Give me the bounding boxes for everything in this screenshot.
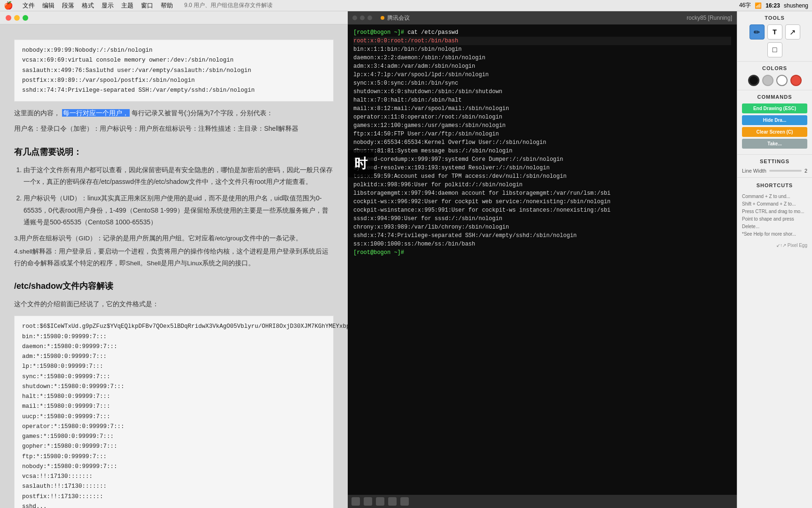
line-width-value: 2 xyxy=(804,168,807,174)
code-block-shadow: root:$6$ICeWTxUd.g9pZFuz$YVqEQlkpDFBv7QO… xyxy=(14,316,334,508)
shortcuts-section: SHORTCUTS Command + Z to und... Shift + … xyxy=(737,178,812,253)
menu-theme[interactable]: 主题 xyxy=(121,1,133,10)
para-fields: 用户名：登录口令（加密）：用户标识号：用户所在组标识号：注释性描述：主目录：Sh… xyxy=(14,123,334,135)
tools-section: TOOLS ✏ T ↗ □ xyxy=(737,11,812,62)
terminal-line-coredump: systemd-coredump:x:999:997:systemd Core … xyxy=(353,155,731,164)
term-min[interactable] xyxy=(360,16,365,20)
color-white-swatch[interactable] xyxy=(776,75,788,86)
apple-menu[interactable]: 🍎 xyxy=(4,1,13,10)
terminal-icon-2[interactable] xyxy=(364,497,372,506)
shortcuts-title: SHORTCUTS xyxy=(742,182,807,190)
colors-title: COLORS xyxy=(742,65,807,71)
terminal-line-bin: bin:x:1:1:bin:/bin:/sbin/nologin xyxy=(353,45,731,54)
doc-version-label: 9.0 用户、用户组信息保存文件解读 xyxy=(184,1,273,9)
color-black-swatch[interactable] xyxy=(748,75,759,86)
hide-drawing-button[interactable]: Hide Dra... xyxy=(742,115,807,125)
settings-section: SETTINGS Line Width 2 xyxy=(737,155,812,178)
terminal-line-cmd: [root@bogon ~]# cat /etc/passwd xyxy=(353,28,731,37)
clear-screen-button[interactable]: Clear Screen (C) xyxy=(742,127,807,137)
terminal-line-cockpit-wsi: cockpit-wsinstance:x:995:991:User for co… xyxy=(353,206,731,214)
doc-window: nobody:x:99:99:Nobody:/:/sbin/nologin vc… xyxy=(0,11,348,508)
terminal-line-games: games:x:12:100:games:/usr/games:/sbin/no… xyxy=(353,121,731,130)
term-close[interactable] xyxy=(352,16,357,20)
code-block-passwd: nobody:x:99:99:Nobody:/:/sbin/nologin vc… xyxy=(14,40,334,102)
tools-row: ✏ T ↗ □ xyxy=(742,24,807,57)
text-tool-button[interactable]: T xyxy=(767,24,782,40)
pencil-tool-button[interactable]: ✏ xyxy=(750,24,765,40)
take-button[interactable]: Take... xyxy=(742,139,807,149)
terminal-icon-3[interactable] xyxy=(376,497,384,506)
list-item-3-text: 3.用户所在组标识号（GID）：记录的是用户所属的用户组。它对应着/etc/gr… xyxy=(14,233,334,244)
line-width-row: Line Width 2 xyxy=(742,168,807,174)
para-intro: 这里面的内容， 每一行对应一个用户， 每行记录又被冒号(:)分隔为7个字段，分别… xyxy=(14,107,334,119)
list-item-2: 用户标识号（UID）：linux其实真正用来区别用户使用的是uid，而不是使用的… xyxy=(23,192,334,228)
terminal-icon-4[interactable] xyxy=(388,497,397,506)
colors-row xyxy=(742,75,807,86)
username: shusheng xyxy=(784,2,808,9)
section-title-2: /etc/shadow文件内容解读 xyxy=(14,278,334,294)
arrow-tool-button[interactable]: ↗ xyxy=(785,24,800,40)
list-item-4-text: 4.shell解释器：用户登录后，要启动一个进程，负责将用户的操作传给内核，这个… xyxy=(14,246,334,269)
shortcut-delete: Point to shape and press Delete... xyxy=(742,215,807,230)
terminal-line-prompt: [root@bogon ~]# xyxy=(353,248,731,257)
terminal-line-chrony: chrony:x:993:989:/var/lib/chrony:/sbin/n… xyxy=(353,223,731,231)
color-gray-swatch[interactable] xyxy=(762,75,773,86)
colors-section: COLORS xyxy=(737,62,812,90)
tencent-meeting-badge: 腾讯会议 xyxy=(381,14,410,22)
shortcut-redo: Shift + Command + Z to... xyxy=(742,200,807,208)
tencent-meeting-label: 腾讯会议 xyxy=(387,14,410,22)
section-title-1: 有几点需要说明： xyxy=(14,144,334,159)
tools-title: TOOLS xyxy=(742,15,807,21)
doc-content: nobody:x:99:99:Nobody:/:/sbin/nologin vc… xyxy=(0,24,348,508)
terminal-line-sshd: sshd:x:74:74:Privilege-separated SSH:/va… xyxy=(353,231,731,240)
highlighted-text: 每一行对应一个用户， xyxy=(62,109,130,117)
list-item-1: 由于这个文件所有用户都可以查看，因此保留密码是有安全隐患的，哪怕是加密后的密码，… xyxy=(23,164,334,188)
battery-info: 46字 xyxy=(739,1,751,9)
wifi-icon: 📶 xyxy=(755,2,762,9)
line-width-slider[interactable] xyxy=(769,170,802,172)
menubar-right: 46字 📶 16:23 shusheng xyxy=(739,1,808,9)
menu-para[interactable]: 段落 xyxy=(62,1,74,10)
menu-view[interactable]: 显示 xyxy=(102,1,114,10)
menu-file[interactable]: 文件 xyxy=(23,1,35,10)
commands-title: COMMANDS xyxy=(742,94,807,100)
menu-help[interactable]: 帮助 xyxy=(161,1,173,10)
end-drawing-button[interactable]: End Drawing (ESC) xyxy=(742,103,807,113)
system-menubar: 🍎 文件 编辑 段落 格式 显示 主题 窗口 帮助 9.0 用户、用户组信息保存… xyxy=(0,0,812,11)
terminal-icon-1[interactable] xyxy=(351,497,360,506)
terminal-icon-5[interactable] xyxy=(400,497,409,506)
close-button[interactable] xyxy=(6,15,11,21)
shortcut-drag: Press CTRL and drag to mo... xyxy=(742,208,807,215)
text-icon: T xyxy=(773,28,777,36)
terminal-line-ss: ss:x:1000:1000:ss:/home/ss:/bin/bash xyxy=(353,240,731,248)
settings-title: SETTINGS xyxy=(742,159,807,164)
shortcuts-footer: ↙↑↗ Pixel Egg xyxy=(742,242,807,249)
rect-tool-button[interactable]: □ xyxy=(767,42,782,57)
maximize-button[interactable] xyxy=(23,15,28,21)
menu-window[interactable]: 窗口 xyxy=(141,1,153,10)
rect-icon: □ xyxy=(773,46,777,54)
terminal-line-polkitd: polkitd:x:998:996:User for polkitd:/:/sb… xyxy=(353,181,731,189)
minimize-button[interactable] xyxy=(14,15,20,21)
menu-edit[interactable]: 编辑 xyxy=(42,1,55,10)
tools-panel: TOOLS ✏ T ↗ □ COLORS xyxy=(737,11,812,508)
timestamp-overlay: 时 xyxy=(348,150,374,177)
terminal-line-nobody: nobody:x:65534:65534:Kernel Overflow Use… xyxy=(353,138,731,147)
terminal-content[interactable]: [root@bogon ~]# cat /etc/passwd root:x:0… xyxy=(348,24,737,495)
terminal-line-adm: adm:x:3:4:adm:/var/adm:/sbin/nologin xyxy=(353,62,731,71)
terminal-line-halt: halt:x:7:0:halt:/sbin:/sbin/halt xyxy=(353,96,731,104)
terminal-bottom-bar xyxy=(348,495,737,508)
menu-format[interactable]: 格式 xyxy=(82,1,94,10)
pencil-icon: ✏ xyxy=(754,28,760,37)
terminal-line-sssd: sssd:x:994:990:User for sssd:/:/sbin/nol… xyxy=(353,214,731,223)
clock: 16:23 xyxy=(765,2,780,9)
tencent-bar: 腾讯会议 rocky85 [Running] xyxy=(348,11,737,24)
term-max[interactable] xyxy=(367,16,372,20)
terminal-line-ftp: ftp:x:14:50:FTP User:/var/ftp:/sbin/nolo… xyxy=(353,130,731,138)
terminal-line-shutdown: shutdown:x:6:0:shutdown:/sbin:/sbin/shut… xyxy=(353,87,731,96)
color-red-swatch[interactable] xyxy=(790,75,802,86)
notes-list: 由于这个文件所有用户都可以查看，因此保留密码是有安全隐患的，哪怕是加密后的密码，… xyxy=(14,164,334,228)
window-chrome xyxy=(0,11,348,24)
terminal-line-sync: sync:x:5:0:sync:/sbin:/bin/sync xyxy=(353,79,731,87)
meeting-status-dot xyxy=(381,16,384,20)
